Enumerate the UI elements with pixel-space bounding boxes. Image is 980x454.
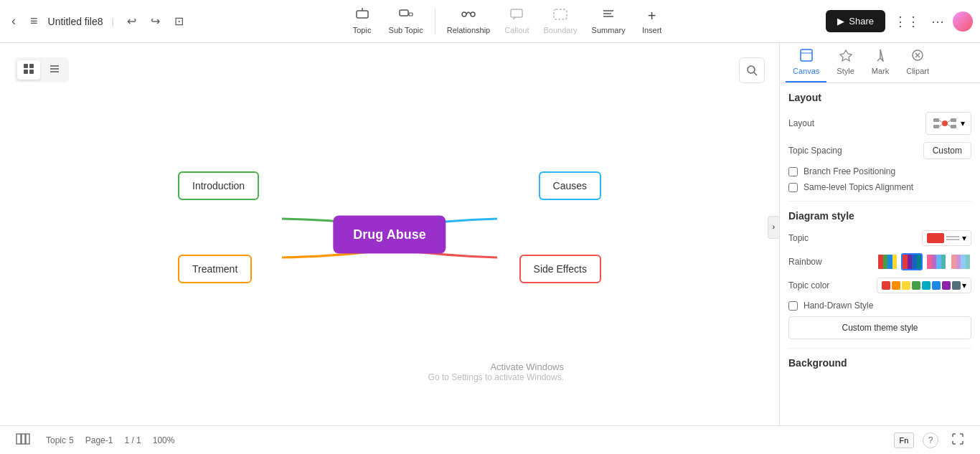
map-view-button[interactable] [11, 430, 34, 450]
svg-rect-2 [400, 10, 408, 16]
rainbow-swatch-4[interactable] [950, 253, 971, 270]
svg-point-5 [471, 12, 475, 16]
topic-spacing-row: Topic Spacing Custom [788, 142, 971, 159]
custom-theme-button[interactable]: Custom theme style [788, 316, 971, 339]
section-divider-1 [788, 201, 971, 202]
summary-icon [601, 8, 616, 24]
panel-collapse-button[interactable]: › [768, 216, 779, 239]
svg-rect-34 [26, 434, 29, 444]
node-treatment[interactable]: Treatment [178, 255, 252, 283]
fn-button[interactable]: Fn [894, 432, 914, 448]
color-dot-1 [882, 281, 890, 290]
status-right: Fn ? [894, 430, 969, 450]
zoom-level: 100% [153, 435, 175, 445]
rainbow-row: Rainbow [788, 253, 971, 270]
topic-color-row: Topic color ▾ [788, 278, 971, 293]
view-toggle [14, 57, 69, 82]
topic-style-dropdown[interactable]: ▾ [922, 230, 971, 246]
node-introduction[interactable]: Introduction [178, 171, 259, 200]
user-avatar[interactable] [953, 11, 973, 32]
svg-rect-14 [29, 70, 34, 74]
boundary-icon [553, 8, 567, 24]
back-button[interactable]: ‹ [7, 11, 20, 32]
panel-tabs: Canvas Style Mark Clipart [780, 43, 980, 83]
topic-button[interactable]: Topic [344, 5, 380, 37]
help-button[interactable]: ? [923, 432, 938, 448]
branch-free-row: Branch Free Positioning [788, 166, 971, 176]
svg-rect-7 [554, 9, 567, 19]
color-dot-4 [912, 281, 920, 290]
topic-style-chevron: ▾ [962, 233, 966, 243]
summary-button[interactable]: Summary [586, 5, 631, 37]
mindmap-container: Drug Abuse Introduction Treatment Causes… [138, 163, 641, 306]
boundary-button[interactable]: Boundary [538, 5, 583, 37]
same-level-checkbox[interactable] [788, 183, 798, 192]
clip-button[interactable]: ⊡ [170, 11, 188, 31]
central-node[interactable]: Drug Abuse [333, 215, 446, 253]
svg-rect-33 [22, 434, 25, 444]
menu-button[interactable]: ≡ [26, 11, 42, 32]
search-button[interactable] [739, 57, 765, 83]
share-button[interactable]: ▶ Share [826, 10, 885, 32]
hand-drawn-checkbox[interactable] [788, 301, 798, 311]
color-dot-7 [942, 281, 951, 290]
node-causes[interactable]: Causes [539, 171, 601, 200]
tab-mark[interactable]: Mark [864, 43, 896, 82]
canvas-tab-icon [800, 49, 813, 65]
rainbow-swatch-3[interactable] [925, 253, 947, 270]
topic-count-label: Topic 5 [46, 435, 74, 445]
section-divider-2 [788, 348, 971, 349]
subtopic-button[interactable]: Sub Topic [383, 5, 429, 37]
clipart-tab-icon [911, 49, 924, 65]
apps-grid-button[interactable]: ⋮⋮ [891, 11, 923, 32]
layout-chevron: ▾ [961, 118, 965, 128]
svg-line-30 [939, 125, 942, 127]
insert-icon: + [648, 8, 656, 24]
color-palette-chevron: ▾ [962, 280, 966, 290]
svg-line-19 [754, 72, 757, 75]
more-options-button[interactable]: ⋯ [928, 11, 947, 32]
undo-button[interactable]: ↩ [123, 11, 141, 31]
tab-canvas[interactable]: Canvas [786, 43, 826, 82]
svg-point-4 [462, 12, 466, 16]
hand-drawn-row: Hand-Drawn Style [788, 301, 971, 311]
rainbow-swatch-2[interactable] [901, 253, 923, 270]
topic-style-row: Topic ▾ [788, 230, 971, 246]
svg-rect-20 [801, 49, 812, 61]
rainbow-swatch-1[interactable] [877, 253, 898, 270]
branch-free-checkbox[interactable] [788, 167, 798, 176]
color-dot-6 [932, 281, 941, 290]
fullscreen-button[interactable] [947, 430, 969, 450]
redo-button[interactable]: ↪ [146, 11, 164, 31]
toolbar-right: ▶ Share ⋮⋮ ⋯ [826, 10, 973, 32]
card-view-button[interactable] [17, 60, 40, 80]
callout-icon [509, 8, 524, 24]
list-view-button[interactable] [43, 60, 66, 80]
topic-color-dropdown[interactable]: ▾ [877, 278, 971, 293]
insert-button[interactable]: + Insert [634, 5, 670, 37]
layout-label: Layout [788, 118, 814, 128]
svg-rect-0 [357, 11, 368, 18]
same-level-row: Same-level Topics Alignment [788, 182, 971, 192]
svg-rect-27 [951, 125, 956, 128]
color-dot-2 [892, 281, 900, 290]
toolbar-divider [435, 9, 435, 34]
svg-rect-13 [24, 70, 28, 74]
svg-rect-3 [409, 13, 413, 16]
tab-style[interactable]: Style [829, 43, 861, 82]
background-title: Background [788, 357, 971, 369]
node-sideeffects[interactable]: Side Effects [519, 255, 601, 283]
color-dot-3 [902, 281, 910, 290]
svg-rect-32 [17, 434, 21, 444]
callout-button[interactable]: Callout [499, 5, 534, 37]
relationship-button[interactable]: Relationship [441, 5, 496, 37]
layout-dropdown[interactable]: ▾ [925, 112, 971, 135]
page-label: Page-1 [85, 435, 113, 445]
svg-rect-24 [933, 118, 939, 122]
toolbar-center: Topic Sub Topic Relationship Callout Bo [194, 5, 820, 37]
topic-icon [355, 8, 369, 24]
custom-spacing-button[interactable]: Custom [923, 142, 971, 159]
tab-clipart[interactable]: Clipart [899, 43, 936, 82]
color-dot-5 [922, 281, 930, 290]
topic-color-label: Topic color [788, 280, 829, 290]
